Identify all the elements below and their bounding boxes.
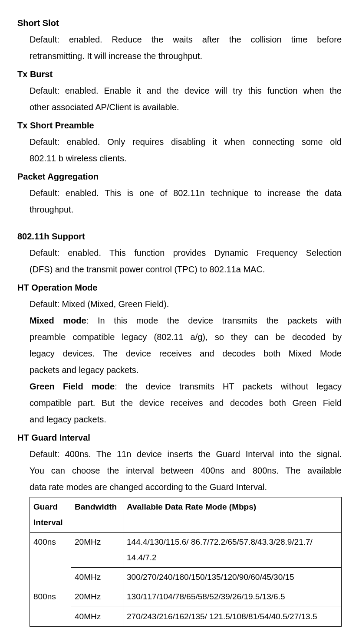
table-header-bandwidth: Bandwidth — [71, 497, 123, 533]
section-heading-short-slot: Short Slot — [17, 15, 342, 31]
table-header-rate: Available Data Rate Mode (Mbps) — [123, 497, 342, 533]
table-header-row: Guard Interval Bandwidth Available Data … — [30, 497, 342, 533]
section-heading-80211h: 802.11h Support — [17, 228, 342, 245]
table-cell-guard: 800ns — [30, 587, 71, 626]
section-text: and legacy packets. — [30, 411, 342, 428]
mixed-mode-label: Mixed mode — [30, 316, 86, 325]
section-text: Green Field mode: the device transmits H… — [30, 378, 342, 395]
green-field-label: Green Field mode — [30, 382, 115, 391]
table-cell-rate: 144.4/130/115.6/ 86.7/72.2/65/57.8/43.3/… — [123, 533, 342, 568]
data-rate-table: Guard Interval Bandwidth Available Data … — [30, 497, 342, 627]
section-heading-packet-aggregation: Packet Aggregation — [17, 168, 342, 185]
table-header-guard: Guard Interval — [30, 497, 71, 533]
table-row: 40MHz 300/270/240/180/150/135/120/90/60/… — [30, 568, 342, 587]
table-row: 40MHz 270/243/216/162/135/ 121.5/108/81/… — [30, 607, 342, 626]
section-text: 802.11 b wireless clients. — [30, 150, 342, 167]
section-heading-ht-operation-mode: HT Operation Mode — [17, 279, 342, 296]
section-text: Default: Mixed (Mixed, Green Field). — [30, 296, 342, 312]
section-text: preamble compatible legacy (802.11 a/g),… — [30, 329, 342, 345]
section-text: (DFS) and the transmit power control (TP… — [30, 261, 342, 278]
section-text: Default: enabled. Enable it and the devi… — [30, 82, 342, 99]
table-row: 800ns 20MHz 130/117/104/78/65/58/52/39/2… — [30, 587, 342, 607]
section-text: legacy devices. The device receives and … — [30, 345, 342, 362]
table-cell-bandwidth: 20MHz — [71, 587, 123, 607]
table-cell-bandwidth: 40MHz — [71, 568, 123, 587]
table-cell-rate: 270/243/216/162/135/ 121.5/108/81/54/40.… — [123, 607, 342, 626]
section-text: data rate modes are changed according to… — [30, 479, 342, 495]
section-text: Default: enabled. Reduce the waits after… — [30, 31, 342, 48]
section-text: Default: enabled. Only requires disablin… — [30, 134, 342, 150]
section-text: throughput. — [30, 201, 342, 218]
section-text: Default: enabled. This function provides… — [30, 245, 342, 261]
table-cell-rate: 300/270/240/180/150/135/120/90/60/45/30/… — [123, 568, 342, 587]
section-text: Mixed mode: In this mode the device tran… — [30, 312, 342, 329]
table-cell-bandwidth: 20MHz — [71, 533, 123, 568]
table-cell-bandwidth: 40MHz — [71, 607, 123, 626]
mixed-mode-text: : In this mode the device transmits the … — [86, 316, 342, 325]
section-text: other associated AP/Client is available. — [30, 99, 342, 115]
section-heading-tx-short-preamble: Tx Short Preamble — [17, 117, 342, 134]
section-text: You can choose the interval between 400n… — [30, 462, 342, 479]
section-text: Default: 400ns. The 11n device inserts t… — [30, 446, 342, 462]
table-cell-rate: 130/117/104/78/65/58/52/39/26/19.5/13/6.… — [123, 587, 342, 607]
section-heading-ht-guard-interval: HT Guard Interval — [17, 429, 342, 446]
table-row: 400ns 20MHz 144.4/130/115.6/ 86.7/72.2/6… — [30, 533, 342, 568]
section-text: compatible part. But the device receives… — [30, 395, 342, 411]
section-text: retransmitting. It will increase the thr… — [30, 48, 342, 64]
section-text: Default: enabled. This is one of 802.11n… — [30, 185, 342, 201]
section-text: packets and legacy packets. — [30, 362, 342, 378]
green-field-text: : the device transmits HT packets withou… — [115, 382, 342, 391]
table-cell-guard: 400ns — [30, 533, 71, 587]
section-heading-tx-burst: Tx Burst — [17, 66, 342, 82]
